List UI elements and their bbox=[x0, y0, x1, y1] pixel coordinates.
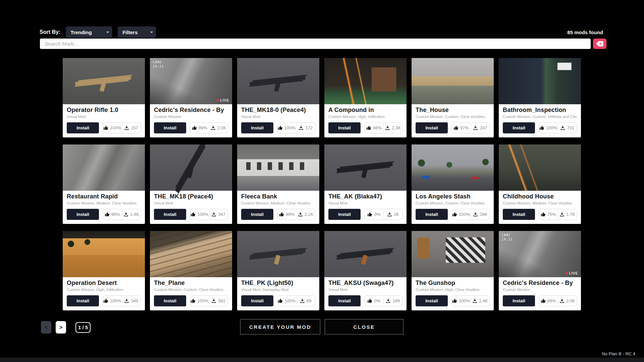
likes-stat: 99% bbox=[190, 123, 209, 133]
mod-title: Fleeca Bank bbox=[241, 193, 315, 200]
mod-card[interactable]: Restaurant Rapid Custom Mission, Medium,… bbox=[63, 144, 145, 224]
mod-actions: Install 97% 247 bbox=[416, 122, 490, 133]
mod-thumbnail bbox=[63, 231, 145, 277]
downloads-value: 2,0K bbox=[566, 298, 575, 303]
install-button[interactable]: Install bbox=[67, 295, 99, 306]
downloads-value: 286 bbox=[480, 212, 487, 217]
download-icon bbox=[124, 298, 129, 303]
mod-thumbnail bbox=[150, 231, 232, 277]
likes-stat: 100% bbox=[190, 296, 209, 306]
mod-card[interactable]: The_House Custom Mission, Custom, Clear … bbox=[412, 58, 494, 137]
mod-card[interactable]: THE_MK18 (Peace4) Visual Mod Install 100… bbox=[150, 144, 232, 224]
install-button[interactable]: Install bbox=[241, 209, 273, 220]
mod-thumbnail bbox=[63, 144, 145, 191]
mod-actions: Install 100% 1,4K bbox=[416, 295, 490, 306]
likes-value: 100% bbox=[459, 298, 470, 303]
downloads-value: 582 bbox=[218, 298, 225, 303]
mod-card[interactable]: THE_MK18-0 (Peace4) Visual Mod Install 1… bbox=[237, 58, 319, 137]
mod-card[interactable]: Fleeca Bank Custom Mission, Medium, Clea… bbox=[237, 144, 319, 224]
mod-card[interactable]: Bathroom_Inspection Custom Mission, Cust… bbox=[499, 58, 581, 137]
page-indicator: 1 / 5 bbox=[75, 322, 91, 333]
mod-stats: 99% 2,0K bbox=[539, 295, 577, 306]
filters-dropdown[interactable]: Filters bbox=[118, 26, 156, 38]
download-icon bbox=[211, 298, 216, 303]
install-button[interactable]: Install bbox=[503, 122, 535, 133]
install-button[interactable]: Install bbox=[328, 209, 361, 220]
download-icon bbox=[300, 298, 305, 303]
mod-stats: 100% 1,4K bbox=[451, 295, 490, 306]
thumbs-up-icon bbox=[191, 212, 196, 217]
mod-card-body: Bathroom_Inspection Custom Mission, Cust… bbox=[499, 104, 581, 137]
mod-card[interactable]: A Compound in Custom Mission, High, Infi… bbox=[324, 58, 407, 137]
downloads-value: 69 bbox=[307, 298, 311, 303]
install-button[interactable]: Install bbox=[416, 122, 448, 133]
likes-value: 100% bbox=[546, 125, 557, 130]
mod-card[interactable]: THE_PK (Light50) Visual Mod, Gameplay Mo… bbox=[237, 231, 319, 310]
install-button[interactable]: Install bbox=[328, 295, 361, 306]
search-input[interactable] bbox=[40, 39, 591, 49]
likes-stat: 100% bbox=[452, 209, 471, 220]
downloads-value: 731 bbox=[567, 125, 574, 130]
mod-card-body: THE_AK (Blaka47) Visual Mod Install 0% bbox=[324, 191, 407, 224]
install-button[interactable]: Install bbox=[154, 209, 186, 220]
install-button[interactable]: Install bbox=[328, 122, 361, 133]
mod-title: Childhood House bbox=[503, 193, 577, 200]
download-icon bbox=[299, 125, 304, 130]
mod-stats: 100% 157 bbox=[103, 122, 141, 133]
download-icon bbox=[124, 125, 129, 130]
mod-card[interactable]: Operator Rifle 1.0 Visual Mod Install 10… bbox=[63, 58, 145, 137]
mod-card[interactable]: The Gunshop Custom Mission, High, Clear … bbox=[412, 231, 494, 310]
mod-stats: 99% 2,2K bbox=[277, 209, 315, 220]
mod-title: Bathroom_Inspection bbox=[503, 107, 577, 114]
thumbs-up-icon bbox=[103, 125, 108, 130]
downloads-stat: 172 bbox=[297, 123, 315, 133]
install-button[interactable]: Install bbox=[503, 295, 535, 306]
install-button[interactable]: Install bbox=[67, 209, 99, 220]
mod-card[interactable]: The_Plane Custom Mission, Custom, Clear … bbox=[150, 231, 232, 310]
install-button[interactable]: Install bbox=[416, 209, 448, 220]
mod-stats: 75% 1,7K bbox=[539, 209, 577, 220]
downloads-stat: 247 bbox=[471, 123, 490, 133]
downloads-stat: 69 bbox=[297, 296, 315, 306]
likes-value: 98% bbox=[373, 125, 382, 130]
mod-card[interactable]: THE_AK (Blaka47) Visual Mod Install 0% bbox=[324, 144, 407, 224]
install-button[interactable]: Install bbox=[154, 122, 186, 133]
mod-card[interactable]: CAM2 19:21 LIVE Cedric's Residence - By … bbox=[150, 58, 232, 137]
mod-card[interactable]: THE_AKSU (Swaga47) Visual Mod Install 0% bbox=[324, 231, 407, 310]
mod-card-body: Restaurant Rapid Custom Mission, Medium,… bbox=[63, 191, 145, 224]
mod-grid: Operator Rifle 1.0 Visual Mod Install 10… bbox=[63, 58, 581, 310]
live-dot-icon bbox=[217, 99, 219, 102]
mod-card[interactable]: Childhood House Custom Mission, Medium, … bbox=[499, 144, 581, 224]
mod-title: Restaurant Rapid bbox=[67, 193, 141, 200]
previous-page-button[interactable]: < bbox=[41, 321, 51, 334]
chevron-down-icon bbox=[106, 32, 109, 33]
install-button[interactable]: Install bbox=[416, 295, 448, 306]
mod-card-body: Cedric's Residence - By Custom Mission I… bbox=[499, 277, 581, 310]
likes-stat: 100% bbox=[452, 296, 471, 306]
install-button[interactable]: Install bbox=[154, 295, 186, 306]
mod-card-body: The_House Custom Mission, Custom, Clear … bbox=[412, 104, 494, 137]
mod-card-body: THE_AKSU (Swaga47) Visual Mod Install 0% bbox=[324, 277, 407, 310]
clear-search-button[interactable] bbox=[593, 39, 606, 49]
next-page-button[interactable]: > bbox=[56, 321, 66, 334]
sort-dropdown[interactable]: Trending bbox=[66, 26, 112, 38]
install-button[interactable]: Install bbox=[503, 209, 535, 220]
mod-card-body: Cedric's Residence - By Custom Mission I… bbox=[150, 104, 232, 137]
close-button[interactable]: CLOSE bbox=[325, 319, 404, 335]
mod-card-body: Operation Desert Custom Mission, High, I… bbox=[63, 277, 145, 310]
install-button[interactable]: Install bbox=[67, 122, 99, 133]
thumbs-up-icon bbox=[278, 125, 283, 130]
mod-actions: Install 100% 347 bbox=[154, 209, 228, 220]
likes-value: 0% bbox=[374, 298, 380, 303]
install-button[interactable]: Install bbox=[241, 295, 273, 306]
mod-tags: Visual Mod bbox=[328, 288, 402, 292]
downloads-value: 1,4K bbox=[130, 212, 139, 217]
thumbs-up-icon bbox=[192, 125, 197, 130]
install-button[interactable]: Install bbox=[241, 122, 273, 133]
mod-card[interactable]: Los Angeles Stash Custom Mission, Custom… bbox=[412, 144, 494, 224]
create-your-mod-button[interactable]: CREATE YOUR MOD bbox=[240, 319, 320, 335]
mod-card[interactable]: Operation Desert Custom Mission, High, I… bbox=[63, 231, 145, 310]
likes-stat: 96% bbox=[103, 209, 122, 220]
mod-card[interactable]: CAM2 19:21 LIVE Cedric's Residence - By … bbox=[499, 231, 581, 310]
mod-title: The Gunshop bbox=[416, 280, 490, 287]
